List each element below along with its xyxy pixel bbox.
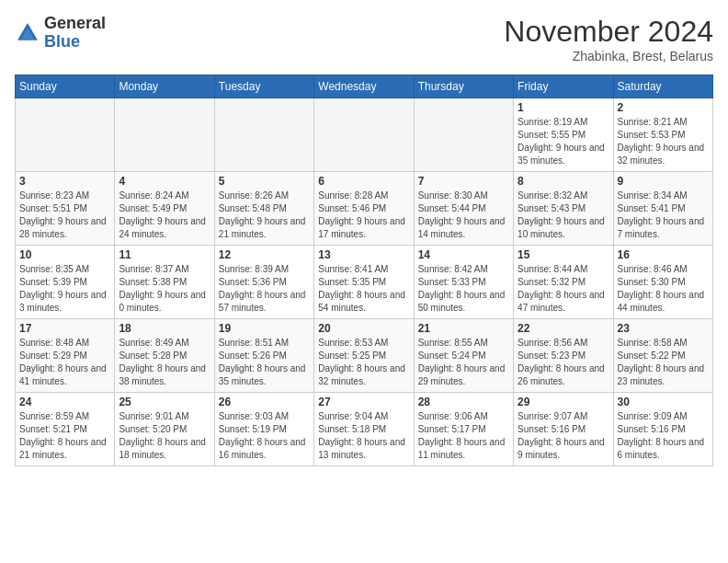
day-number: 5: [219, 175, 310, 188]
day-info: Sunrise: 8:28 AMSunset: 5:46 PMDaylight:…: [318, 190, 409, 241]
table-row: 22Sunrise: 8:56 AMSunset: 5:23 PMDayligh…: [514, 319, 613, 393]
day-number: 26: [219, 396, 310, 408]
day-info: Sunrise: 8:21 AMSunset: 5:53 PMDaylight:…: [618, 116, 709, 167]
day-info: Sunrise: 9:04 AMSunset: 5:18 PMDaylight:…: [318, 410, 409, 462]
day-number: 12: [219, 248, 310, 261]
header: General Blue November 2024 Zhabinka, Bre…: [15, 15, 713, 63]
day-number: 21: [418, 322, 509, 335]
day-info: Sunrise: 9:06 AMSunset: 5:17 PMDaylight:…: [418, 410, 509, 462]
day-number: 29: [518, 396, 609, 408]
day-info: Sunrise: 8:26 AMSunset: 5:48 PMDaylight:…: [219, 190, 310, 241]
logo-general: General: [44, 14, 106, 32]
day-info: Sunrise: 8:56 AMSunset: 5:23 PMDaylight:…: [518, 337, 609, 388]
table-row: 16Sunrise: 8:46 AMSunset: 5:30 PMDayligh…: [613, 246, 712, 319]
table-row: 3Sunrise: 8:23 AMSunset: 5:51 PMDaylight…: [16, 172, 115, 246]
col-sunday: Sunday: [16, 75, 115, 98]
col-wednesday: Wednesday: [314, 75, 414, 98]
table-row: 25Sunrise: 9:01 AMSunset: 5:20 PMDayligh…: [115, 393, 214, 466]
calendar-week-row: 10Sunrise: 8:35 AMSunset: 5:39 PMDayligh…: [16, 246, 713, 319]
table-row: 20Sunrise: 8:53 AMSunset: 5:25 PMDayligh…: [314, 319, 414, 393]
col-tuesday: Tuesday: [214, 75, 313, 98]
day-info: Sunrise: 8:44 AMSunset: 5:32 PMDaylight:…: [518, 263, 609, 315]
day-number: 3: [19, 175, 110, 188]
day-info: Sunrise: 9:07 AMSunset: 5:16 PMDaylight:…: [518, 410, 609, 462]
day-number: 20: [318, 322, 409, 335]
page-container: General Blue November 2024 Zhabinka, Bre…: [0, 0, 728, 474]
day-info: Sunrise: 8:41 AMSunset: 5:35 PMDaylight:…: [318, 263, 409, 315]
table-row: 23Sunrise: 8:58 AMSunset: 5:22 PMDayligh…: [613, 319, 712, 393]
calendar-week-row: 1Sunrise: 8:19 AMSunset: 5:55 PMDaylight…: [16, 98, 713, 172]
table-row: 21Sunrise: 8:55 AMSunset: 5:24 PMDayligh…: [414, 319, 513, 393]
table-row: 14Sunrise: 8:42 AMSunset: 5:33 PMDayligh…: [414, 246, 513, 319]
calendar-header-row: Sunday Monday Tuesday Wednesday Thursday…: [16, 75, 713, 98]
month-title: November 2024: [504, 15, 713, 49]
calendar-week-row: 3Sunrise: 8:23 AMSunset: 5:51 PMDaylight…: [16, 172, 713, 246]
table-row: 15Sunrise: 8:44 AMSunset: 5:32 PMDayligh…: [514, 246, 613, 319]
day-info: Sunrise: 8:58 AMSunset: 5:22 PMDaylight:…: [618, 337, 709, 388]
table-row: 17Sunrise: 8:48 AMSunset: 5:29 PMDayligh…: [16, 319, 115, 393]
day-info: Sunrise: 8:39 AMSunset: 5:36 PMDaylight:…: [219, 263, 310, 315]
calendar-table: Sunday Monday Tuesday Wednesday Thursday…: [15, 75, 713, 466]
table-row: 29Sunrise: 9:07 AMSunset: 5:16 PMDayligh…: [514, 393, 613, 466]
day-number: 18: [119, 322, 210, 335]
day-info: Sunrise: 9:01 AMSunset: 5:20 PMDaylight:…: [119, 410, 210, 462]
table-row: 13Sunrise: 8:41 AMSunset: 5:35 PMDayligh…: [314, 246, 414, 319]
location-subtitle: Zhabinka, Brest, Belarus: [504, 49, 713, 63]
day-number: 10: [19, 248, 110, 261]
day-number: 22: [518, 322, 609, 335]
calendar-week-row: 17Sunrise: 8:48 AMSunset: 5:29 PMDayligh…: [16, 319, 713, 393]
day-number: 9: [618, 175, 709, 188]
col-saturday: Saturday: [613, 75, 712, 98]
table-row: 6Sunrise: 8:28 AMSunset: 5:46 PMDaylight…: [314, 172, 414, 246]
table-row: 28Sunrise: 9:06 AMSunset: 5:17 PMDayligh…: [414, 393, 513, 466]
day-info: Sunrise: 8:24 AMSunset: 5:49 PMDaylight:…: [119, 190, 210, 241]
day-number: 30: [618, 396, 709, 408]
table-row: [115, 98, 214, 172]
table-row: [314, 98, 414, 172]
table-row: 9Sunrise: 8:34 AMSunset: 5:41 PMDaylight…: [613, 172, 712, 246]
day-info: Sunrise: 8:46 AMSunset: 5:30 PMDaylight:…: [618, 263, 709, 315]
table-row: 26Sunrise: 9:03 AMSunset: 5:19 PMDayligh…: [214, 393, 313, 466]
day-number: 23: [618, 322, 709, 335]
table-row: 10Sunrise: 8:35 AMSunset: 5:39 PMDayligh…: [16, 246, 115, 319]
table-row: 19Sunrise: 8:51 AMSunset: 5:26 PMDayligh…: [214, 319, 313, 393]
table-row: [16, 98, 115, 172]
day-info: Sunrise: 8:23 AMSunset: 5:51 PMDaylight:…: [19, 190, 110, 241]
table-row: 11Sunrise: 8:37 AMSunset: 5:38 PMDayligh…: [115, 246, 214, 319]
day-number: 11: [119, 248, 210, 261]
day-info: Sunrise: 8:55 AMSunset: 5:24 PMDaylight:…: [418, 337, 509, 388]
day-info: Sunrise: 8:19 AMSunset: 5:55 PMDaylight:…: [518, 116, 609, 167]
day-info: Sunrise: 8:37 AMSunset: 5:38 PMDaylight:…: [119, 263, 210, 315]
day-info: Sunrise: 9:03 AMSunset: 5:19 PMDaylight:…: [219, 410, 310, 462]
table-row: 12Sunrise: 8:39 AMSunset: 5:36 PMDayligh…: [214, 246, 313, 319]
day-info: Sunrise: 8:30 AMSunset: 5:44 PMDaylight:…: [418, 190, 509, 241]
day-info: Sunrise: 8:53 AMSunset: 5:25 PMDaylight:…: [318, 337, 409, 388]
day-number: 28: [418, 396, 509, 408]
day-number: 15: [518, 248, 609, 261]
day-info: Sunrise: 8:34 AMSunset: 5:41 PMDaylight:…: [618, 190, 709, 241]
table-row: 7Sunrise: 8:30 AMSunset: 5:44 PMDaylight…: [414, 172, 513, 246]
logo-text: General Blue: [44, 15, 106, 52]
day-info: Sunrise: 8:42 AMSunset: 5:33 PMDaylight:…: [418, 263, 509, 315]
table-row: 24Sunrise: 8:59 AMSunset: 5:21 PMDayligh…: [16, 393, 115, 466]
table-row: 5Sunrise: 8:26 AMSunset: 5:48 PMDaylight…: [214, 172, 313, 246]
col-monday: Monday: [115, 75, 214, 98]
table-row: [414, 98, 513, 172]
table-row: 4Sunrise: 8:24 AMSunset: 5:49 PMDaylight…: [115, 172, 214, 246]
day-number: 25: [119, 396, 210, 408]
day-info: Sunrise: 8:48 AMSunset: 5:29 PMDaylight:…: [19, 337, 110, 388]
day-number: 14: [418, 248, 509, 261]
day-number: 17: [19, 322, 110, 335]
table-row: 1Sunrise: 8:19 AMSunset: 5:55 PMDaylight…: [514, 98, 613, 172]
logo-icon: [15, 20, 40, 46]
day-number: 7: [418, 175, 509, 188]
table-row: 27Sunrise: 9:04 AMSunset: 5:18 PMDayligh…: [314, 393, 414, 466]
day-number: 1: [518, 101, 609, 114]
day-info: Sunrise: 8:59 AMSunset: 5:21 PMDaylight:…: [19, 410, 110, 462]
day-number: 19: [219, 322, 310, 335]
day-number: 6: [318, 175, 409, 188]
table-row: 2Sunrise: 8:21 AMSunset: 5:53 PMDaylight…: [613, 98, 712, 172]
day-number: 24: [19, 396, 110, 408]
title-block: November 2024 Zhabinka, Brest, Belarus: [504, 15, 713, 63]
table-row: 18Sunrise: 8:49 AMSunset: 5:28 PMDayligh…: [115, 319, 214, 393]
